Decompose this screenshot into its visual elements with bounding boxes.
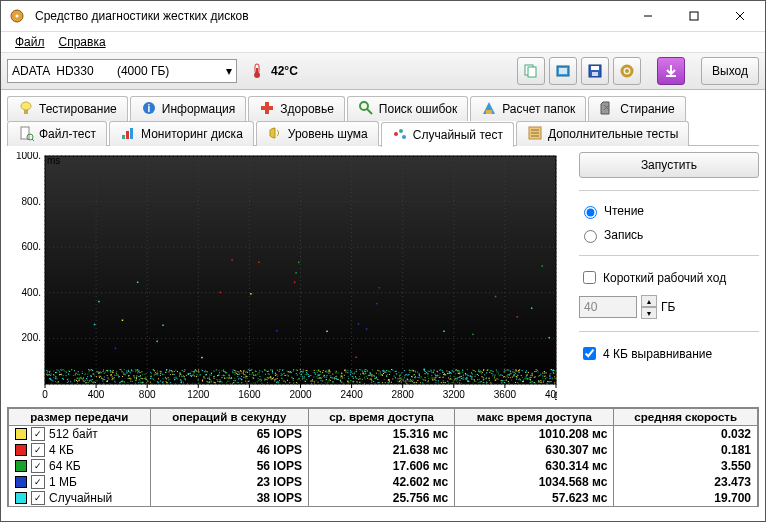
- minimize-button[interactable]: [625, 1, 671, 31]
- svg-rect-1364: [342, 378, 343, 379]
- svg-rect-729: [369, 375, 370, 376]
- write-radio[interactable]: Запись: [579, 227, 759, 243]
- svg-rect-617: [433, 370, 434, 371]
- svg-rect-866: [158, 378, 159, 379]
- spin-down[interactable]: ▼: [641, 307, 657, 319]
- maximize-button[interactable]: [671, 1, 717, 31]
- svg-rect-1072: [279, 369, 280, 370]
- svg-rect-1071: [477, 379, 478, 380]
- svg-rect-106: [259, 372, 260, 373]
- svg-rect-1345: [480, 382, 481, 383]
- svg-rect-1000: [248, 369, 249, 370]
- svg-rect-184: [399, 375, 400, 376]
- svg-rect-1394: [447, 381, 448, 382]
- svg-rect-10: [528, 67, 536, 77]
- row-checkbox[interactable]: ✓: [31, 459, 45, 473]
- spin-up[interactable]: ▲: [641, 295, 657, 307]
- short-stroke-checkbox[interactable]: Короткий рабочий ход: [579, 268, 759, 287]
- svg-rect-1260: [353, 378, 354, 379]
- svg-rect-1335: [224, 375, 225, 376]
- svg-rect-1355: [333, 378, 334, 379]
- read-radio[interactable]: Чтение: [579, 203, 759, 219]
- size-input[interactable]: 40: [579, 296, 637, 318]
- menu-file[interactable]: Файл: [11, 34, 49, 50]
- svg-rect-1038: [461, 376, 462, 377]
- tab-1[interactable]: Мониторинг диска: [109, 121, 254, 146]
- svg-point-1: [16, 15, 19, 18]
- svg-rect-662: [352, 373, 353, 374]
- tab-0[interactable]: Файл-тест: [7, 121, 107, 146]
- svg-rect-638: [114, 375, 115, 376]
- menu-help[interactable]: Справка: [55, 34, 110, 50]
- svg-rect-128: [451, 373, 452, 374]
- svg-rect-689: [380, 373, 381, 374]
- svg-rect-118: [434, 379, 435, 380]
- svg-rect-154: [450, 372, 451, 373]
- svg-rect-948: [443, 372, 444, 373]
- row-checkbox[interactable]: ✓: [31, 491, 45, 505]
- svg-rect-1475: [243, 377, 244, 378]
- svg-rect-219: [457, 378, 458, 379]
- svg-rect-1234: [415, 371, 416, 372]
- svg-rect-603: [229, 374, 230, 375]
- svg-rect-932: [152, 378, 153, 379]
- svg-rect-3: [690, 12, 698, 20]
- row-checkbox[interactable]: ✓: [31, 475, 45, 489]
- svg-rect-116: [247, 376, 248, 377]
- tb-save-button[interactable]: [581, 57, 609, 85]
- svg-rect-251: [130, 381, 131, 382]
- svg-rect-1132: [391, 369, 392, 370]
- svg-rect-1250: [554, 376, 555, 377]
- svg-rect-1311: [356, 371, 357, 372]
- svg-rect-465: [452, 370, 453, 371]
- row-checkbox[interactable]: ✓: [31, 443, 45, 457]
- svg-rect-1199: [534, 382, 535, 383]
- tab-3[interactable]: Поиск ошибок: [347, 96, 468, 121]
- svg-rect-1226: [146, 383, 147, 384]
- tb-settings-button[interactable]: [613, 57, 641, 85]
- drive-selector[interactable]: ADATA HD330 (4000 ГБ) ▾: [7, 59, 237, 83]
- cell-iops: 65 IOPS: [150, 426, 308, 443]
- svg-rect-1154: [455, 373, 456, 374]
- svg-rect-1105: [204, 377, 205, 378]
- tab-2[interactable]: Здоровье: [248, 96, 345, 121]
- svg-rect-984: [373, 381, 374, 382]
- cell-max: 1010.208 мс: [455, 426, 614, 443]
- svg-rect-191: [260, 379, 261, 380]
- tab-1[interactable]: iИнформация: [130, 96, 246, 121]
- svg-rect-27: [486, 110, 492, 114]
- svg-rect-301: [403, 380, 404, 381]
- svg-rect-1206: [137, 372, 138, 373]
- run-button[interactable]: Запустить: [579, 152, 759, 178]
- svg-rect-1055: [129, 378, 130, 379]
- svg-rect-1350: [371, 382, 372, 383]
- cell-max: 1034.568 мс: [455, 474, 614, 490]
- tab-5[interactable]: Стирание: [588, 96, 685, 121]
- close-button[interactable]: [717, 1, 763, 31]
- svg-rect-93: [444, 373, 445, 374]
- tab-4[interactable]: Дополнительные тесты: [516, 121, 689, 146]
- exit-button[interactable]: Выход: [701, 57, 759, 85]
- align-checkbox[interactable]: 4 КБ выравнивание: [579, 344, 759, 363]
- svg-rect-826: [65, 371, 66, 372]
- tb-screenshot-button[interactable]: [549, 57, 577, 85]
- row-checkbox[interactable]: ✓: [31, 427, 45, 441]
- svg-rect-1490: [376, 303, 378, 305]
- svg-rect-1214: [198, 379, 199, 380]
- svg-rect-1287: [317, 372, 318, 373]
- svg-rect-333: [493, 374, 494, 375]
- tb-download-button[interactable]: [657, 57, 685, 85]
- svg-rect-1119: [385, 382, 386, 383]
- svg-rect-1228: [93, 374, 94, 375]
- tb-copy-button[interactable]: [517, 57, 545, 85]
- svg-rect-619: [501, 374, 502, 375]
- tab-2[interactable]: Уровень шума: [256, 121, 379, 146]
- svg-rect-327: [121, 381, 122, 382]
- svg-rect-827: [214, 371, 215, 372]
- tab-3[interactable]: Случайный тест: [381, 122, 514, 147]
- tab-0[interactable]: Тестирование: [7, 96, 128, 121]
- svg-rect-585: [135, 380, 136, 381]
- tab-4[interactable]: Расчет папок: [470, 96, 586, 121]
- svg-rect-746: [162, 382, 163, 383]
- svg-rect-96: [380, 371, 381, 372]
